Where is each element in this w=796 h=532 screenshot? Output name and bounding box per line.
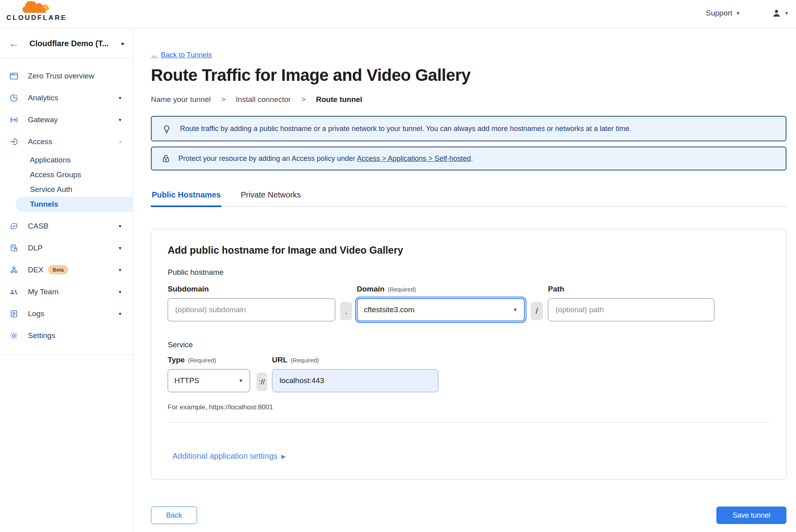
chevron-down-icon: ▼	[239, 378, 243, 383]
chevron-down-icon: ▼	[118, 96, 122, 100]
type-label: Type(Required)	[168, 356, 250, 364]
sidebar-item-casb[interactable]: CASB ▼	[0, 215, 133, 237]
additional-settings-link[interactable]: Additional application settings ▶	[172, 452, 286, 461]
banner-text-prefix: Protect your resource by adding an Acces…	[178, 155, 357, 162]
sidebar-item-label: DEX	[28, 266, 43, 274]
domain-select-value: cftestsite3.com	[364, 305, 415, 314]
sidebar-item-service-auth[interactable]: Service Auth	[0, 182, 133, 197]
step-name-your-tunnel[interactable]: Name your tunnel	[151, 95, 211, 104]
sidebar-item-gateway[interactable]: Gateway ▼	[0, 109, 133, 131]
sidebar-item-label: Access	[28, 137, 52, 146]
sidebar-item-label: Settings	[28, 331, 55, 340]
top-bar: CLOUDFLARE Support ▼ ▼	[0, 0, 796, 29]
subdomain-field: Subdomain	[168, 285, 335, 321]
required-note: (Required)	[291, 357, 319, 364]
tab-public-hostnames[interactable]: Public Hostnames	[151, 190, 221, 207]
public-hostname-label: Public hostname	[168, 268, 770, 277]
subdomain-input[interactable]	[168, 298, 335, 321]
team-icon	[9, 287, 19, 297]
account-name[interactable]: Cloudflare Demo (T...	[29, 39, 121, 48]
info-banner-access-policy: Protect your resource by adding an Acces…	[151, 147, 786, 170]
sidebar-item-label: DLP	[28, 244, 43, 252]
logs-icon	[9, 309, 19, 319]
chevron-down-icon: ▼	[784, 11, 789, 16]
gear-icon	[9, 331, 19, 341]
service-type-value: HTTPS	[174, 376, 199, 385]
page-title: Route Traffic for Image and Video Galler…	[151, 66, 786, 85]
sidebar-item-label: Logs	[28, 309, 44, 318]
step-install-connector[interactable]: Install connector	[236, 95, 291, 104]
service-field-row: Type(Required) HTTPS ▼ :// URL(Required)	[168, 356, 770, 392]
back-arrow-icon[interactable]: ←	[9, 38, 19, 49]
tab-bar: Public Hostnames Private Networks	[151, 190, 786, 207]
hostname-form-card: Add public hostname for Image and Video …	[151, 229, 786, 479]
chevron-down-icon: ▼	[118, 246, 122, 250]
sidebar-item-label: Gateway	[28, 115, 58, 124]
sidebar-item-dlp[interactable]: DLP ▼	[0, 237, 133, 259]
sidebar-item-label: Access Groups	[30, 170, 81, 179]
slash-separator: /	[531, 302, 543, 320]
type-field: Type(Required) HTTPS ▼	[168, 356, 250, 392]
back-to-tunnels-link[interactable]: ← Back to Tunnels	[151, 51, 212, 59]
cloudflare-logo: CLOUDFLARE	[6, 1, 64, 22]
sidebar-item-access-groups[interactable]: Access Groups	[0, 167, 133, 182]
sidebar-item-settings[interactable]: Settings	[0, 325, 133, 346]
sidebar-item-access[interactable]: Access ▲	[0, 131, 133, 153]
domain-field: Domain(Required) cftestsite3.com ▼	[357, 285, 525, 321]
back-button[interactable]: Back	[151, 507, 197, 524]
step-route-tunnel: Route tunnel	[316, 95, 362, 104]
back-arrow-icon: ←	[151, 51, 158, 59]
domain-select[interactable]: cftestsite3.com ▼	[357, 298, 525, 321]
banner-text: Route traffic by adding a public hostnam…	[180, 125, 631, 133]
path-input[interactable]	[548, 298, 714, 321]
chevron-down-icon: ▼	[736, 11, 740, 16]
type-label-text: Type	[168, 356, 185, 364]
wizard-steps: Name your tunnel > Install connector > R…	[151, 95, 786, 104]
path-field: Path	[548, 285, 714, 321]
user-menu[interactable]: ▼	[771, 8, 789, 18]
chevron-down-icon: ▼	[118, 117, 122, 122]
casb-icon	[9, 221, 19, 231]
domain-label: Domain(Required)	[357, 285, 525, 293]
dot-separator: .	[340, 302, 352, 320]
required-note: (Required)	[188, 357, 216, 364]
sidebar-item-label: Zero Trust overview	[28, 72, 94, 80]
dex-icon	[9, 265, 19, 275]
beta-badge: Beta	[48, 265, 68, 274]
overview-icon	[9, 71, 19, 81]
tab-private-networks[interactable]: Private Networks	[240, 190, 301, 207]
sidebar-item-my-team[interactable]: My Team ▼	[0, 281, 133, 303]
chevron-up-icon: ▲	[118, 139, 122, 144]
sidebar-item-tunnels[interactable]: Tunnels	[16, 197, 133, 212]
analytics-icon	[9, 93, 19, 103]
card-divider	[168, 422, 770, 423]
info-banner-route-traffic: Route traffic by adding a public hostnam…	[151, 116, 786, 141]
sidebar-item-applications[interactable]: Applications	[0, 153, 133, 167]
access-applications-self-hosted-link[interactable]: Access > Applications > Self-hosted	[357, 155, 471, 162]
url-label: URL(Required)	[272, 356, 438, 364]
chevron-down-icon: ▼	[118, 289, 122, 294]
save-tunnel-button[interactable]: Save tunnel	[716, 507, 786, 524]
url-input[interactable]	[272, 369, 438, 392]
cloudflare-wordmark: CLOUDFLARE	[6, 14, 64, 22]
user-icon	[771, 8, 782, 18]
sidebar-item-analytics[interactable]: Analytics ▼	[0, 87, 133, 109]
sidebar-item-logs[interactable]: Logs ▼	[0, 303, 133, 325]
card-heading: Add public hostname for Image and Video …	[168, 244, 770, 256]
hostname-field-row: Subdomain . Domain(Required) cftestsite3…	[168, 285, 770, 321]
sidebar-nav: Zero Trust overview Analytics ▼ Gateway …	[0, 59, 133, 355]
footer-actions: Back Save tunnel	[151, 507, 786, 524]
sidebar-item-label: Service Auth	[30, 185, 72, 194]
service-type-select[interactable]: HTTPS ▼	[168, 369, 250, 392]
back-link-label: Back to Tunnels	[161, 51, 212, 59]
sidebar-item-label: Tunnels	[30, 200, 58, 209]
support-menu[interactable]: Support ▼	[706, 9, 740, 18]
sidebar-item-dex[interactable]: DEX Beta ▼	[0, 259, 133, 281]
step-separator: >	[221, 95, 225, 104]
required-note: (Required)	[388, 286, 416, 293]
sidebar-item-label: CASB	[28, 222, 49, 231]
sidebar-item-label: My Team	[28, 288, 59, 296]
chevron-right-icon[interactable]: ▸	[121, 40, 125, 47]
gateway-icon	[9, 115, 19, 125]
sidebar-item-zero-trust-overview[interactable]: Zero Trust overview	[0, 65, 133, 87]
